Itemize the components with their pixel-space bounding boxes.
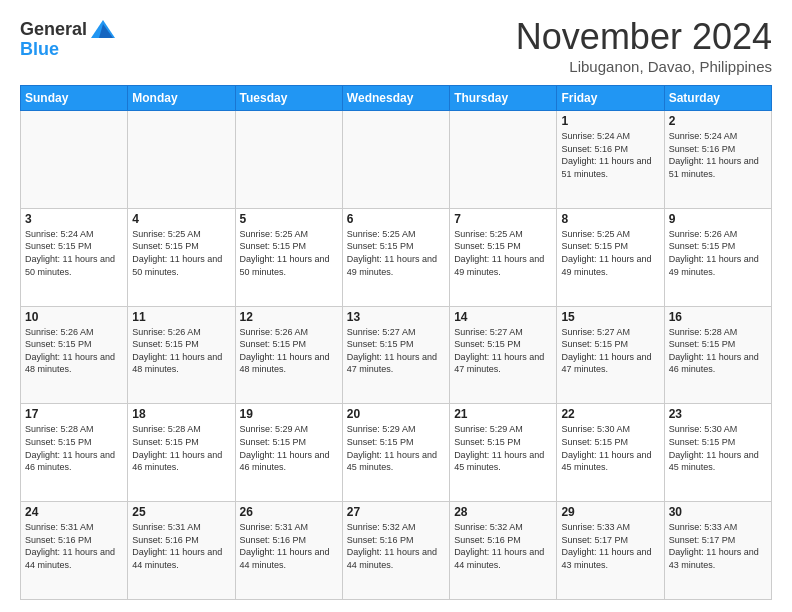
calendar-cell: 24Sunrise: 5:31 AMSunset: 5:16 PMDayligh… (21, 502, 128, 600)
day-number: 30 (669, 505, 767, 519)
calendar-cell (342, 111, 449, 209)
logo-blue-text: Blue (20, 40, 59, 60)
calendar-cell: 17Sunrise: 5:28 AMSunset: 5:15 PMDayligh… (21, 404, 128, 502)
day-info: Sunrise: 5:27 AMSunset: 5:15 PMDaylight:… (561, 326, 659, 376)
day-info: Sunrise: 5:32 AMSunset: 5:16 PMDaylight:… (347, 521, 445, 571)
day-info: Sunrise: 5:31 AMSunset: 5:16 PMDaylight:… (25, 521, 123, 571)
calendar-day-header: Sunday (21, 86, 128, 111)
logo-general-text: General (20, 20, 87, 40)
calendar-cell (21, 111, 128, 209)
calendar-cell: 12Sunrise: 5:26 AMSunset: 5:15 PMDayligh… (235, 306, 342, 404)
calendar-day-header: Saturday (664, 86, 771, 111)
day-number: 9 (669, 212, 767, 226)
calendar-cell: 4Sunrise: 5:25 AMSunset: 5:15 PMDaylight… (128, 208, 235, 306)
day-number: 10 (25, 310, 123, 324)
day-info: Sunrise: 5:27 AMSunset: 5:15 PMDaylight:… (347, 326, 445, 376)
calendar-cell: 22Sunrise: 5:30 AMSunset: 5:15 PMDayligh… (557, 404, 664, 502)
day-info: Sunrise: 5:29 AMSunset: 5:15 PMDaylight:… (454, 423, 552, 473)
calendar-week-row: 1Sunrise: 5:24 AMSunset: 5:16 PMDaylight… (21, 111, 772, 209)
day-number: 24 (25, 505, 123, 519)
calendar-day-header: Wednesday (342, 86, 449, 111)
day-number: 23 (669, 407, 767, 421)
day-info: Sunrise: 5:30 AMSunset: 5:15 PMDaylight:… (561, 423, 659, 473)
day-number: 28 (454, 505, 552, 519)
calendar-cell: 16Sunrise: 5:28 AMSunset: 5:15 PMDayligh… (664, 306, 771, 404)
calendar-cell: 14Sunrise: 5:27 AMSunset: 5:15 PMDayligh… (450, 306, 557, 404)
day-info: Sunrise: 5:28 AMSunset: 5:15 PMDaylight:… (132, 423, 230, 473)
day-info: Sunrise: 5:28 AMSunset: 5:15 PMDaylight:… (669, 326, 767, 376)
day-number: 8 (561, 212, 659, 226)
calendar-day-header: Monday (128, 86, 235, 111)
calendar-cell: 10Sunrise: 5:26 AMSunset: 5:15 PMDayligh… (21, 306, 128, 404)
day-info: Sunrise: 5:24 AMSunset: 5:16 PMDaylight:… (669, 130, 767, 180)
day-info: Sunrise: 5:26 AMSunset: 5:15 PMDaylight:… (669, 228, 767, 278)
calendar-cell: 6Sunrise: 5:25 AMSunset: 5:15 PMDaylight… (342, 208, 449, 306)
day-number: 3 (25, 212, 123, 226)
calendar-week-row: 3Sunrise: 5:24 AMSunset: 5:15 PMDaylight… (21, 208, 772, 306)
calendar-cell: 11Sunrise: 5:26 AMSunset: 5:15 PMDayligh… (128, 306, 235, 404)
day-number: 27 (347, 505, 445, 519)
day-number: 6 (347, 212, 445, 226)
calendar-day-header: Tuesday (235, 86, 342, 111)
logo-icon (89, 16, 117, 44)
day-number: 11 (132, 310, 230, 324)
calendar-cell (450, 111, 557, 209)
calendar-week-row: 24Sunrise: 5:31 AMSunset: 5:16 PMDayligh… (21, 502, 772, 600)
day-number: 12 (240, 310, 338, 324)
header: General Blue November 2024 Libuganon, Da… (20, 16, 772, 75)
calendar-cell: 15Sunrise: 5:27 AMSunset: 5:15 PMDayligh… (557, 306, 664, 404)
calendar-cell: 3Sunrise: 5:24 AMSunset: 5:15 PMDaylight… (21, 208, 128, 306)
logo: General Blue (20, 16, 117, 60)
calendar-cell: 29Sunrise: 5:33 AMSunset: 5:17 PMDayligh… (557, 502, 664, 600)
calendar-cell: 19Sunrise: 5:29 AMSunset: 5:15 PMDayligh… (235, 404, 342, 502)
calendar-cell: 27Sunrise: 5:32 AMSunset: 5:16 PMDayligh… (342, 502, 449, 600)
calendar-cell: 20Sunrise: 5:29 AMSunset: 5:15 PMDayligh… (342, 404, 449, 502)
day-info: Sunrise: 5:25 AMSunset: 5:15 PMDaylight:… (240, 228, 338, 278)
calendar-cell: 8Sunrise: 5:25 AMSunset: 5:15 PMDaylight… (557, 208, 664, 306)
day-info: Sunrise: 5:27 AMSunset: 5:15 PMDaylight:… (454, 326, 552, 376)
calendar-cell: 18Sunrise: 5:28 AMSunset: 5:15 PMDayligh… (128, 404, 235, 502)
day-info: Sunrise: 5:26 AMSunset: 5:15 PMDaylight:… (240, 326, 338, 376)
day-info: Sunrise: 5:24 AMSunset: 5:15 PMDaylight:… (25, 228, 123, 278)
page: General Blue November 2024 Libuganon, Da… (0, 0, 792, 612)
calendar-cell: 5Sunrise: 5:25 AMSunset: 5:15 PMDaylight… (235, 208, 342, 306)
calendar-table: SundayMondayTuesdayWednesdayThursdayFrid… (20, 85, 772, 600)
day-info: Sunrise: 5:32 AMSunset: 5:16 PMDaylight:… (454, 521, 552, 571)
calendar-cell: 26Sunrise: 5:31 AMSunset: 5:16 PMDayligh… (235, 502, 342, 600)
day-info: Sunrise: 5:25 AMSunset: 5:15 PMDaylight:… (347, 228, 445, 278)
day-info: Sunrise: 5:33 AMSunset: 5:17 PMDaylight:… (561, 521, 659, 571)
day-info: Sunrise: 5:29 AMSunset: 5:15 PMDaylight:… (240, 423, 338, 473)
location: Libuganon, Davao, Philippines (516, 58, 772, 75)
day-number: 2 (669, 114, 767, 128)
calendar-cell: 2Sunrise: 5:24 AMSunset: 5:16 PMDaylight… (664, 111, 771, 209)
day-info: Sunrise: 5:30 AMSunset: 5:15 PMDaylight:… (669, 423, 767, 473)
calendar-cell: 23Sunrise: 5:30 AMSunset: 5:15 PMDayligh… (664, 404, 771, 502)
day-info: Sunrise: 5:25 AMSunset: 5:15 PMDaylight:… (454, 228, 552, 278)
day-number: 15 (561, 310, 659, 324)
calendar-cell: 30Sunrise: 5:33 AMSunset: 5:17 PMDayligh… (664, 502, 771, 600)
day-info: Sunrise: 5:31 AMSunset: 5:16 PMDaylight:… (132, 521, 230, 571)
day-info: Sunrise: 5:25 AMSunset: 5:15 PMDaylight:… (132, 228, 230, 278)
calendar-cell (235, 111, 342, 209)
calendar-cell: 1Sunrise: 5:24 AMSunset: 5:16 PMDaylight… (557, 111, 664, 209)
calendar-cell: 25Sunrise: 5:31 AMSunset: 5:16 PMDayligh… (128, 502, 235, 600)
day-number: 19 (240, 407, 338, 421)
day-info: Sunrise: 5:29 AMSunset: 5:15 PMDaylight:… (347, 423, 445, 473)
calendar-week-row: 17Sunrise: 5:28 AMSunset: 5:15 PMDayligh… (21, 404, 772, 502)
calendar-cell: 7Sunrise: 5:25 AMSunset: 5:15 PMDaylight… (450, 208, 557, 306)
title-block: November 2024 Libuganon, Davao, Philippi… (516, 16, 772, 75)
day-info: Sunrise: 5:26 AMSunset: 5:15 PMDaylight:… (132, 326, 230, 376)
day-number: 21 (454, 407, 552, 421)
day-info: Sunrise: 5:26 AMSunset: 5:15 PMDaylight:… (25, 326, 123, 376)
day-number: 16 (669, 310, 767, 324)
calendar-cell: 13Sunrise: 5:27 AMSunset: 5:15 PMDayligh… (342, 306, 449, 404)
day-number: 18 (132, 407, 230, 421)
day-number: 4 (132, 212, 230, 226)
calendar-day-header: Thursday (450, 86, 557, 111)
day-number: 26 (240, 505, 338, 519)
calendar-cell: 28Sunrise: 5:32 AMSunset: 5:16 PMDayligh… (450, 502, 557, 600)
calendar-day-header: Friday (557, 86, 664, 111)
day-number: 25 (132, 505, 230, 519)
calendar-cell: 9Sunrise: 5:26 AMSunset: 5:15 PMDaylight… (664, 208, 771, 306)
month-title: November 2024 (516, 16, 772, 58)
